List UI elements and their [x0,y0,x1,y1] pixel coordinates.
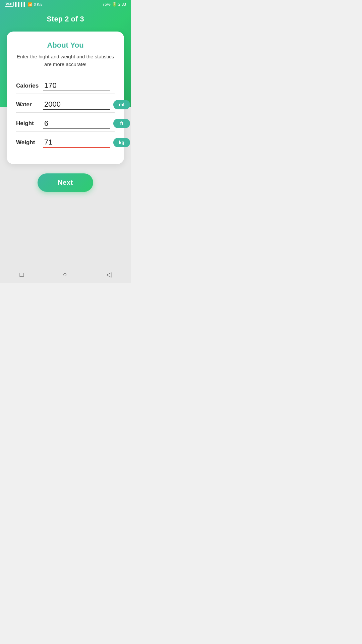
weight-kg-button[interactable]: kg [113,138,130,147]
home-circle-icon[interactable]: ○ [63,271,67,278]
status-left: WiFi ▌▌▌▌ 📶 0 K/s [5,2,42,7]
battery-percent: 76% [103,2,111,7]
home-square-icon[interactable]: □ [19,271,23,278]
back-triangle-icon[interactable]: ◁ [106,270,111,278]
nav-bar: □ ○ ◁ [0,266,131,283]
status-right: 76% 🔋 2:33 [103,2,126,7]
water-input[interactable] [43,99,110,110]
weight-unit-buttons: kg lgs [113,137,131,148]
signal-icon: ▌▌▌▌ [15,2,26,7]
data-speed: 0 K/s [34,3,42,6]
card-title: About You [16,41,115,50]
form-card: About You Enter the hight and weight and… [7,32,124,164]
height-ft-button[interactable]: ft [113,119,130,128]
wifi-signal-icon: 📶 [28,2,33,7]
step-title: Step 2 of 3 [47,15,84,23]
water-label: Water [16,101,43,108]
status-bar: WiFi ▌▌▌▌ 📶 0 K/s 76% 🔋 2:33 [0,0,131,8]
main-content: Step 2 of 3 About You Enter the hight an… [0,8,131,283]
battery-icon: 🔋 [112,2,117,7]
water-unit-buttons: ml [113,100,130,109]
height-row: Height ft cm [16,113,115,132]
water-ml-button[interactable]: ml [113,100,130,109]
weight-row: Weight kg lgs [16,132,115,151]
weight-label: Weight [16,139,43,146]
height-label: Height [16,120,43,127]
calories-row: Calories [16,75,115,94]
wifi-icon: WiFi [5,2,14,7]
next-button[interactable]: Next [38,173,93,192]
next-button-wrapper: Next [38,173,93,192]
clock: 2:33 [118,2,126,7]
calories-label: Calories [16,83,43,89]
water-row: Water ml [16,94,115,113]
height-unit-buttons: ft cm [113,118,131,129]
card-subtitle: Enter the hight and weight and the stati… [16,53,115,68]
height-input[interactable] [43,118,110,129]
weight-input[interactable] [43,137,110,148]
calories-input[interactable] [43,80,110,91]
